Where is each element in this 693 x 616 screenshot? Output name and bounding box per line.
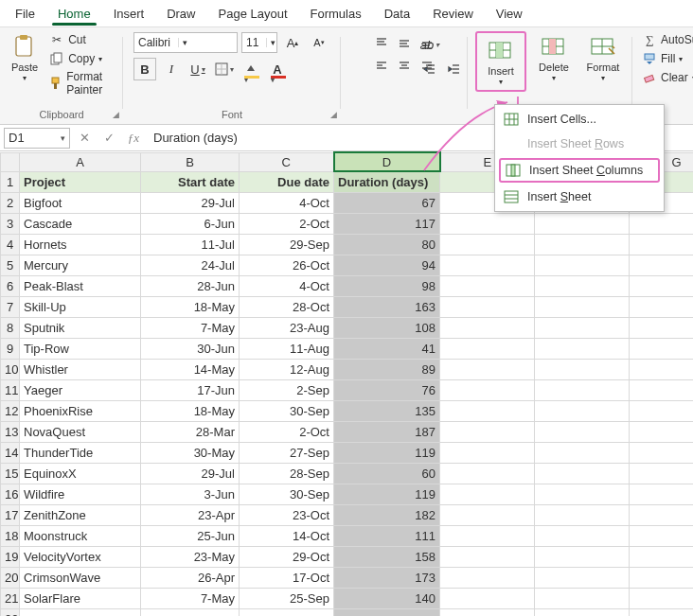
cell[interactable]: 14-May	[141, 359, 240, 379]
cell[interactable]: 29-Oct	[240, 546, 334, 567]
menu-insert[interactable]: Insert	[102, 3, 156, 25]
cell[interactable]: EquinoxX	[20, 463, 141, 484]
font-name-combo[interactable]: Calibri ▾	[133, 32, 238, 53]
cell[interactable]	[630, 338, 694, 359]
cell[interactable]: 11-Jul	[141, 234, 240, 255]
cell[interactable]	[440, 379, 535, 400]
cell[interactable]	[334, 608, 440, 616]
cell[interactable]: 17-Oct	[240, 567, 334, 588]
cell[interactable]: Wildfire	[20, 484, 141, 504]
cell[interactable]: 60	[334, 463, 440, 484]
increase-indent-button[interactable]	[443, 58, 466, 80]
cell[interactable]: 98	[334, 275, 440, 296]
cell[interactable]	[630, 463, 694, 484]
cell[interactable]: 28-Sep	[240, 463, 334, 484]
decrease-indent-button[interactable]	[418, 58, 441, 80]
borders-button[interactable]	[213, 58, 236, 80]
row-header[interactable]: 9	[1, 338, 20, 359]
cell[interactable]	[630, 588, 694, 608]
cell[interactable]: Project	[20, 171, 141, 192]
cell[interactable]	[535, 234, 630, 255]
cell[interactable]: Cascade	[20, 213, 141, 234]
insert-button[interactable]: Insert ▾	[479, 35, 523, 88]
menu-page-layout[interactable]: Page Layout	[207, 3, 299, 25]
cell[interactable]: 23-Apr	[141, 504, 240, 525]
cell[interactable]	[535, 275, 630, 296]
column-header-C[interactable]: C	[240, 152, 334, 171]
cell[interactable]: 12-Aug	[240, 359, 334, 379]
cell[interactable]	[630, 442, 694, 463]
cell[interactable]	[535, 525, 630, 546]
cell[interactable]: 140	[334, 588, 440, 608]
cell[interactable]: 119	[334, 484, 440, 504]
row-header[interactable]: 8	[1, 317, 20, 338]
cell[interactable]: 28-Mar	[141, 421, 240, 442]
cell[interactable]	[630, 317, 694, 338]
font-color-button[interactable]: A	[266, 58, 289, 80]
align-center-button[interactable]	[393, 54, 416, 77]
cell[interactable]: 30-Sep	[240, 400, 334, 421]
cell[interactable]: 89	[334, 359, 440, 379]
cell[interactable]: 26-Apr	[141, 567, 240, 588]
cell[interactable]	[440, 296, 535, 317]
cell[interactable]: 111	[334, 525, 440, 546]
cell[interactable]	[535, 255, 630, 275]
cell[interactable]: 23-May	[141, 546, 240, 567]
cell[interactable]: 25-Jun	[141, 525, 240, 546]
menu-home[interactable]: Home	[46, 3, 102, 25]
cell[interactable]	[630, 296, 694, 317]
insert-cells-item[interactable]: Insert Cells...	[495, 107, 664, 132]
copy-button[interactable]: Copy ▾	[47, 50, 116, 67]
row-header[interactable]: 4	[1, 234, 20, 255]
cell[interactable]	[440, 442, 535, 463]
cell[interactable]	[535, 484, 630, 504]
cell[interactable]: 76	[334, 379, 440, 400]
cell[interactable]	[630, 546, 694, 567]
column-header-D[interactable]: D	[334, 152, 440, 171]
cell[interactable]: Skill-Up	[20, 296, 141, 317]
cell[interactable]: Sputnik	[20, 317, 141, 338]
row-header[interactable]: 1	[1, 171, 20, 192]
cell[interactable]: Due date	[240, 171, 334, 192]
row-header[interactable]: 13	[1, 421, 20, 442]
autosum-button[interactable]: ∑ AutoSu	[640, 31, 693, 48]
row-header[interactable]: 7	[1, 296, 20, 317]
cell[interactable]: 24-Jul	[141, 255, 240, 275]
align-top-button[interactable]	[370, 31, 393, 54]
cell[interactable]: 29-Sep	[240, 234, 334, 255]
menu-review[interactable]: Review	[421, 3, 485, 25]
cell[interactable]	[440, 234, 535, 255]
cell[interactable]	[535, 463, 630, 484]
cell[interactable]: NovaQuest	[20, 421, 141, 442]
row-header[interactable]: 21	[1, 588, 20, 608]
cell[interactable]	[535, 608, 630, 616]
cell[interactable]: 4-Oct	[240, 192, 334, 213]
cell[interactable]: 2-Oct	[240, 421, 334, 442]
cell[interactable]	[630, 275, 694, 296]
format-painter-button[interactable]: Format Painter	[47, 69, 116, 97]
decrease-font-button[interactable]: A▾	[308, 31, 330, 54]
name-box[interactable]: D1 ▾	[4, 128, 70, 149]
row-header[interactable]: 3	[1, 213, 20, 234]
paste-button[interactable]: Paste ▾	[8, 31, 42, 84]
menu-view[interactable]: View	[485, 3, 534, 25]
cell[interactable]: PhoenixRise	[20, 400, 141, 421]
cell[interactable]: 7-May	[141, 588, 240, 608]
cell[interactable]	[535, 400, 630, 421]
cell[interactable]: 29-Jul	[141, 463, 240, 484]
cell[interactable]	[440, 421, 535, 442]
cell[interactable]	[440, 400, 535, 421]
cell[interactable]: 3-Jun	[141, 484, 240, 504]
cell[interactable]	[440, 463, 535, 484]
cell[interactable]	[440, 359, 535, 379]
clear-button[interactable]: Clear ▾	[640, 69, 693, 86]
align-middle-button[interactable]	[393, 31, 416, 54]
cell[interactable]	[440, 525, 535, 546]
cell[interactable]	[440, 567, 535, 588]
insert-sheet-item[interactable]: Insert Sheet	[495, 185, 664, 209]
cell[interactable]	[630, 567, 694, 588]
delete-button[interactable]: Delete ▾	[532, 31, 576, 84]
cell[interactable]: 29-Jul	[141, 192, 240, 213]
cell[interactable]: 30-Sep	[240, 484, 334, 504]
increase-font-button[interactable]: A▴	[281, 31, 304, 54]
